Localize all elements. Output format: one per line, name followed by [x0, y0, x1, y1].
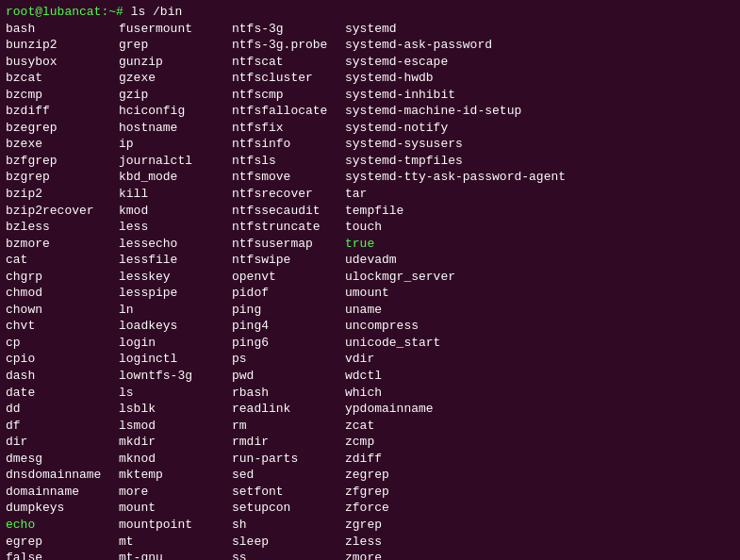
ls-item: ntfscat — [232, 54, 345, 71]
ls-item: ntfscmp — [232, 87, 345, 104]
ls-item: mt — [119, 534, 232, 551]
ls-row: ddlsblkreadlinkypdomainname — [6, 401, 734, 418]
ls-item: ntfsusermap — [232, 236, 345, 253]
ls-item: ntfsls — [232, 153, 345, 170]
ls-item: ping6 — [232, 335, 345, 352]
ls-item: mktemp — [119, 467, 232, 484]
ls-item: sed — [232, 467, 345, 484]
ls-item: loginctl — [119, 351, 232, 368]
ls-item: systemd-notify — [345, 120, 448, 137]
ls-item: dnsdomainname — [6, 467, 119, 484]
ls-item: gzip — [119, 87, 232, 104]
ls-row: bzlesslessntfstruncatetouch — [6, 219, 734, 236]
ls-item: zgrep — [345, 517, 382, 534]
ls-item: ntfsrecover — [232, 186, 345, 203]
ls-item: zmore — [345, 550, 382, 560]
ls-item: tar — [345, 186, 367, 203]
ls-item: chown — [6, 302, 119, 319]
ls-row: catlessfilentfswipeudevadm — [6, 252, 734, 269]
ls-item: pidof — [232, 285, 345, 302]
ls-row: dmesgmknodrun-partszdiff — [6, 451, 734, 468]
ls-row: chmodlesspipepidofumount — [6, 285, 734, 302]
ls-item: fusermount — [119, 21, 232, 38]
ls-row: bzcmpgzipntfscmpsystemd-inhibit — [6, 87, 734, 104]
ls-item: lessfile — [119, 252, 232, 269]
ls-item: ntfsfallocate — [232, 103, 345, 120]
ls-item: chvt — [6, 318, 119, 335]
ls-item: zforce — [345, 500, 389, 517]
ls-item: less — [119, 219, 232, 236]
ls-row: bzmorelessechontfsusermaptrue — [6, 236, 734, 253]
ls-item: hciconfig — [119, 103, 232, 120]
ls-item: bzcat — [6, 70, 119, 87]
ls-row: dnsdomainnamemktempsedzegrep — [6, 467, 734, 484]
ls-item: systemd-tmpfiles — [345, 153, 463, 170]
ls-item: systemd-sysusers — [345, 136, 463, 153]
ls-item: dmesg — [6, 451, 119, 468]
ls-item: run-parts — [232, 451, 345, 468]
ls-item: ss — [232, 550, 345, 560]
ls-item: openvt — [232, 269, 345, 286]
ls-item: gzexe — [119, 70, 232, 87]
ls-item: rbash — [232, 385, 345, 402]
ls-item: rm — [232, 418, 345, 435]
ls-row: dumpkeysmountsetupconzforce — [6, 500, 734, 517]
ls-item: journalctl — [119, 153, 232, 170]
ls-row: domainnamemoresetfontzfgrep — [6, 484, 734, 501]
ls-item: vdir — [345, 351, 374, 368]
ls-item: zfgrep — [345, 484, 389, 501]
ls-item: kbd_mode — [119, 169, 232, 186]
ls-row: cpiologinctlpsvdir — [6, 351, 734, 368]
ls-item: echo — [6, 517, 119, 534]
ls-item: lowntfs-3g — [119, 368, 232, 385]
ls-item: lesspipe — [119, 285, 232, 302]
ls-item: more — [119, 484, 232, 501]
ls-item: systemd-machine-id-setup — [345, 103, 521, 120]
prompt-prefix: root@lubancat:~# — [6, 4, 131, 21]
ls-row: bzegrephostnamentfsfixsystemd-notify — [6, 120, 734, 137]
ls-item: login — [119, 335, 232, 352]
ls-item: ntfsmove — [232, 169, 345, 186]
ls-item: busybox — [6, 54, 119, 71]
ls-item: mountpoint — [119, 517, 232, 534]
ls-item: bzexe — [6, 136, 119, 153]
ls-item: bzip2recover — [6, 203, 119, 220]
ls-row: chgrplesskeyopenvtulockmgr_server — [6, 269, 734, 286]
ls-item: setupcon — [232, 500, 345, 517]
ls-item: cpio — [6, 351, 119, 368]
ls-item: bzmore — [6, 236, 119, 253]
terminal-window: root@lubancat:~# ls /bin bashfusermountn… — [0, 0, 740, 560]
ls-item: lsmod — [119, 418, 232, 435]
ls-item: bzgrep — [6, 169, 119, 186]
ls-item: ls — [119, 385, 232, 402]
ls-item: systemd — [345, 21, 397, 38]
ls-item: bzip2 — [6, 186, 119, 203]
ls-item: ps — [232, 351, 345, 368]
ls-item: mknod — [119, 451, 232, 468]
ls-item: bzless — [6, 219, 119, 236]
ls-item: ntfsinfo — [232, 136, 345, 153]
ls-row: busyboxgunzipntfscatsystemd-escape — [6, 54, 734, 71]
ls-item: zcat — [345, 418, 374, 435]
ls-item: ulockmgr_server — [345, 269, 455, 286]
ls-item: bzdiff — [6, 103, 119, 120]
ls-item: true — [345, 236, 374, 253]
ls-item: dash — [6, 368, 119, 385]
ls-row: bzip2killntfsrecovertar — [6, 186, 734, 203]
ls-item: tempfile — [345, 203, 403, 220]
ls-item: hostname — [119, 120, 232, 137]
ls-item: domainname — [6, 484, 119, 501]
ls-item: systemd-tty-ask-password-agent — [345, 169, 566, 186]
ls-item: cat — [6, 252, 119, 269]
ls-row: bzdiffhciconfigntfsfallocatesystemd-mach… — [6, 103, 734, 120]
ls-row: cploginping6unicode_start — [6, 335, 734, 352]
ls-item: ping4 — [232, 318, 345, 335]
ls-item: gunzip — [119, 54, 232, 71]
ls-item: grep — [119, 37, 232, 54]
ls-item: bzegrep — [6, 120, 119, 137]
ls-item: mt-gnu — [119, 550, 232, 560]
ls-row: bzip2recoverkmodntfssecaudittempfile — [6, 203, 734, 220]
ls-item: lessecho — [119, 236, 232, 253]
ls-output: bashfusermountntfs-3gsystemdbunzip2grepn… — [6, 21, 734, 560]
ls-item: false — [6, 550, 119, 560]
